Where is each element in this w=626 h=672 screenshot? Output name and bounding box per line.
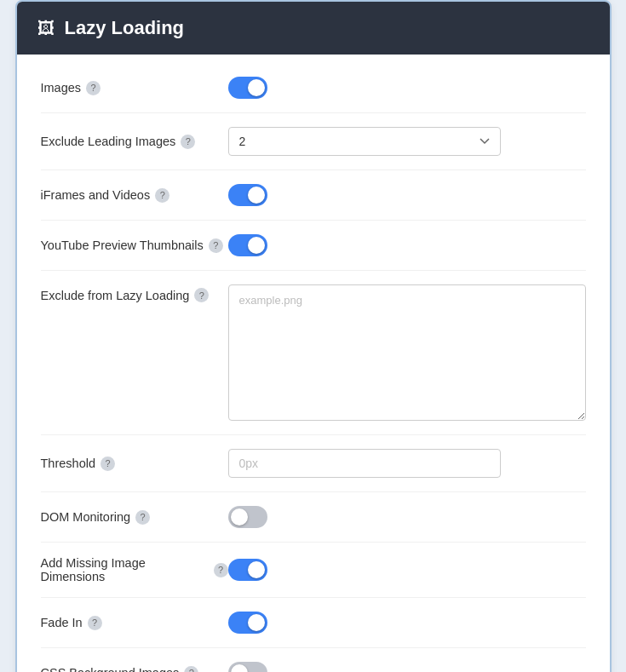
header-title: Lazy Loading bbox=[65, 17, 185, 39]
setting-row-youtube-thumbnails: YouTube Preview Thumbnails? bbox=[41, 221, 586, 271]
setting-row-iframes-videos: iFrames and Videos? bbox=[41, 170, 586, 221]
toggle-iframes-videos[interactable] bbox=[228, 184, 267, 206]
toggle-dom-monitoring[interactable] bbox=[228, 506, 267, 528]
label-text-youtube-thumbnails: YouTube Preview Thumbnails bbox=[41, 238, 204, 252]
setting-control-css-background bbox=[228, 662, 586, 672]
header-icon: 🖼 bbox=[37, 19, 55, 38]
help-icon-images[interactable]: ? bbox=[86, 81, 101, 95]
setting-row-dom-monitoring: DOM Monitoring? bbox=[41, 492, 586, 543]
card-body: Images?Exclude Leading Images?012345iFra… bbox=[17, 55, 610, 672]
help-icon-css-background[interactable]: ? bbox=[184, 666, 198, 673]
help-icon-exclude-lazy[interactable]: ? bbox=[194, 288, 209, 302]
toggle-slider-youtube-thumbnails bbox=[228, 234, 267, 256]
toggle-slider-fade-in bbox=[228, 612, 267, 634]
setting-control-dom-monitoring bbox=[228, 506, 586, 528]
settings-card: 🖼 Lazy Loading Images?Exclude Leading Im… bbox=[15, 0, 612, 672]
setting-label-dom-monitoring: DOM Monitoring? bbox=[41, 510, 228, 525]
label-text-add-missing-dimensions: Add Missing Image Dimensions bbox=[41, 556, 209, 583]
label-text-iframes-videos: iFrames and Videos bbox=[41, 188, 151, 202]
help-icon-youtube-thumbnails[interactable]: ? bbox=[209, 238, 223, 253]
toggle-slider-images bbox=[228, 77, 267, 99]
setting-control-threshold bbox=[228, 449, 586, 478]
setting-label-iframes-videos: iFrames and Videos? bbox=[41, 188, 228, 203]
setting-row-css-background: CSS Background Images? bbox=[41, 648, 586, 672]
label-text-images: Images bbox=[41, 81, 82, 95]
label-text-dom-monitoring: DOM Monitoring bbox=[41, 510, 131, 524]
label-text-exclude-leading-images: Exclude Leading Images bbox=[41, 135, 176, 148]
help-icon-iframes-videos[interactable]: ? bbox=[155, 188, 169, 203]
toggle-add-missing-dimensions[interactable] bbox=[228, 559, 267, 581]
setting-control-images bbox=[228, 77, 586, 99]
setting-label-youtube-thumbnails: YouTube Preview Thumbnails? bbox=[41, 238, 228, 253]
help-icon-fade-in[interactable]: ? bbox=[88, 616, 102, 630]
toggle-slider-css-background bbox=[228, 662, 267, 672]
setting-label-exclude-leading-images: Exclude Leading Images? bbox=[41, 135, 228, 149]
setting-control-youtube-thumbnails bbox=[228, 234, 586, 256]
input-threshold[interactable] bbox=[228, 449, 501, 478]
setting-label-add-missing-dimensions: Add Missing Image Dimensions? bbox=[41, 556, 228, 583]
label-text-css-background: CSS Background Images bbox=[41, 666, 180, 672]
help-icon-exclude-leading-images[interactable]: ? bbox=[181, 135, 195, 149]
setting-row-exclude-leading-images: Exclude Leading Images?012345 bbox=[41, 113, 586, 170]
setting-control-add-missing-dimensions bbox=[228, 559, 586, 581]
setting-label-css-background: CSS Background Images? bbox=[41, 666, 228, 673]
select-exclude-leading-images[interactable]: 012345 bbox=[228, 127, 501, 156]
setting-control-fade-in bbox=[228, 612, 586, 634]
card-header: 🖼 Lazy Loading bbox=[17, 2, 610, 55]
setting-row-threshold: Threshold? bbox=[41, 435, 586, 492]
setting-row-fade-in: Fade In? bbox=[41, 598, 586, 648]
setting-control-iframes-videos bbox=[228, 184, 586, 206]
toggle-youtube-thumbnails[interactable] bbox=[228, 234, 267, 256]
label-text-threshold: Threshold bbox=[41, 457, 95, 470]
label-text-exclude-lazy: Exclude from Lazy Loading bbox=[41, 289, 190, 302]
setting-label-images: Images? bbox=[41, 81, 228, 95]
toggle-slider-dom-monitoring bbox=[228, 506, 267, 528]
help-icon-threshold[interactable]: ? bbox=[101, 457, 115, 471]
setting-label-threshold: Threshold? bbox=[41, 457, 228, 471]
toggle-css-background[interactable] bbox=[228, 662, 267, 672]
textarea-exclude-lazy[interactable] bbox=[228, 284, 586, 421]
toggle-images[interactable] bbox=[228, 77, 267, 99]
setting-row-add-missing-dimensions: Add Missing Image Dimensions? bbox=[41, 543, 586, 598]
toggle-slider-iframes-videos bbox=[228, 184, 267, 206]
toggle-slider-add-missing-dimensions bbox=[228, 559, 267, 581]
help-icon-add-missing-dimensions[interactable]: ? bbox=[214, 563, 228, 577]
setting-label-fade-in: Fade In? bbox=[41, 616, 228, 630]
setting-control-exclude-lazy bbox=[228, 284, 586, 421]
setting-row-images: Images? bbox=[41, 63, 586, 113]
setting-row-exclude-lazy: Exclude from Lazy Loading? bbox=[41, 271, 586, 435]
setting-label-exclude-lazy: Exclude from Lazy Loading? bbox=[41, 284, 228, 302]
setting-control-exclude-leading-images: 012345 bbox=[228, 127, 586, 156]
help-icon-dom-monitoring[interactable]: ? bbox=[135, 510, 150, 525]
toggle-fade-in[interactable] bbox=[228, 612, 267, 634]
label-text-fade-in: Fade In bbox=[41, 616, 83, 629]
